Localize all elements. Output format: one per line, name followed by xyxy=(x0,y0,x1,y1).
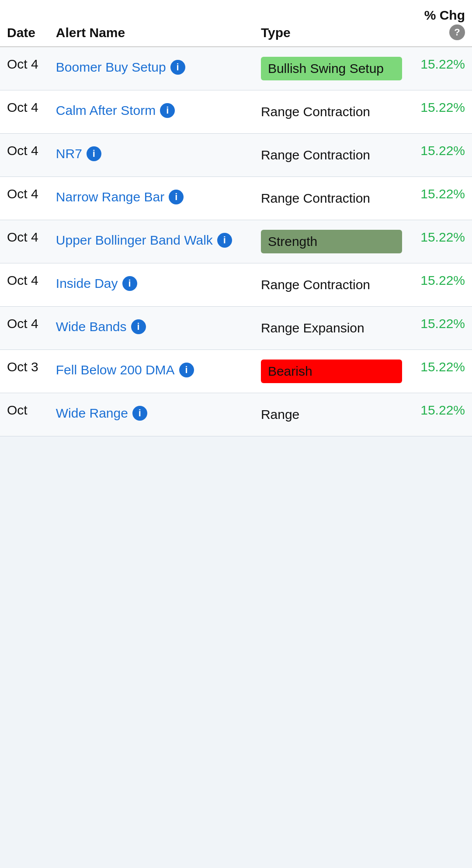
table-row: Oct 4Calm After StormiRange Contraction1… xyxy=(0,90,472,134)
alert-name-cell: Boomer Buy Setupi xyxy=(49,47,254,90)
pct-chg-header-inner: % Chg ? xyxy=(416,8,465,40)
table-row: Oct 4Upper Bollinger Band WalkiStrength1… xyxy=(0,220,472,263)
pct-chg-cell: 15.22% xyxy=(409,90,472,134)
table-row: Oct 4Wide BandsiRange Expansion15.22% xyxy=(0,307,472,350)
alert-name-link[interactable]: Calm After Storm xyxy=(56,102,156,119)
alert-name-cell: Wide Bandsi xyxy=(49,307,254,350)
pct-chg-cell: 15.22% xyxy=(409,393,472,436)
type-badge: Range Contraction xyxy=(261,273,402,297)
date-cell: Oct 4 xyxy=(0,90,49,134)
type-badge: Range Contraction xyxy=(261,100,402,124)
pct-chg-cell: 15.22% xyxy=(409,177,472,220)
pct-chg-cell: 15.22% xyxy=(409,47,472,90)
table-row: Oct 4NR7iRange Contraction15.22% xyxy=(0,134,472,177)
alert-name-cell: Wide Rangei xyxy=(49,393,254,436)
alert-name-link[interactable]: NR7 xyxy=(56,145,82,162)
pct-chg-cell: 15.22% xyxy=(409,134,472,177)
alert-name-cell: NR7i xyxy=(49,134,254,177)
pct-chg-cell: 15.22% xyxy=(409,307,472,350)
date-cell: Oct xyxy=(0,393,49,436)
type-cell: Range Expansion xyxy=(254,307,409,350)
alert-name-link[interactable]: Narrow Range Bar xyxy=(56,188,164,205)
info-icon[interactable]: i xyxy=(122,276,137,291)
pct-chg-cell: 15.22% xyxy=(409,263,472,307)
type-badge: Range Contraction xyxy=(261,187,402,210)
table-row: OctWide RangeiRange15.22% xyxy=(0,393,472,436)
alert-name-cell: Fell Below 200 DMAi xyxy=(49,350,254,393)
table-row: Oct 4Inside DayiRange Contraction15.22% xyxy=(0,263,472,307)
type-badge: Bearish xyxy=(261,360,402,383)
alert-name-cell: Narrow Range Bari xyxy=(49,177,254,220)
type-badge: Range Expansion xyxy=(261,316,402,340)
info-icon[interactable]: i xyxy=(132,406,147,421)
alert-name-link[interactable]: Fell Below 200 DMA xyxy=(56,361,175,378)
info-icon[interactable]: i xyxy=(170,60,185,75)
type-cell: Range Contraction xyxy=(254,90,409,134)
table-header-row: Date Alert Name Type % Chg ? xyxy=(0,0,472,47)
type-cell: Range Contraction xyxy=(254,134,409,177)
table-row: Oct 4Narrow Range BariRange Contraction1… xyxy=(0,177,472,220)
question-icon[interactable]: ? xyxy=(449,24,465,40)
alert-name-link[interactable]: Inside Day xyxy=(56,275,118,292)
alert-name-link[interactable]: Upper Bollinger Band Walk xyxy=(56,232,213,249)
alert-name-cell: Upper Bollinger Band Walki xyxy=(49,220,254,263)
table-row: Oct 4Boomer Buy SetupiBullish Swing Setu… xyxy=(0,47,472,90)
type-column-header: Type xyxy=(254,0,409,47)
pct-chg-cell: 15.22% xyxy=(409,350,472,393)
table-row: Oct 3Fell Below 200 DMAiBearish15.22% xyxy=(0,350,472,393)
alert-name-cell: Inside Dayi xyxy=(49,263,254,307)
alert-name-link[interactable]: Boomer Buy Setup xyxy=(56,59,166,76)
date-cell: Oct 4 xyxy=(0,263,49,307)
date-cell: Oct 4 xyxy=(0,220,49,263)
date-column-header: Date xyxy=(0,0,49,47)
type-cell: Range Contraction xyxy=(254,263,409,307)
alerts-table-container: Date Alert Name Type % Chg ? Oct 4Boomer… xyxy=(0,0,472,436)
info-icon[interactable]: i xyxy=(87,146,101,161)
alerts-table: Date Alert Name Type % Chg ? Oct 4Boomer… xyxy=(0,0,472,436)
type-badge: Range xyxy=(261,403,402,426)
date-cell: Oct 4 xyxy=(0,134,49,177)
info-icon[interactable]: i xyxy=(169,190,184,204)
type-cell: Bearish xyxy=(254,350,409,393)
type-cell: Strength xyxy=(254,220,409,263)
info-icon[interactable]: i xyxy=(179,363,194,377)
type-badge: Range Contraction xyxy=(261,143,402,167)
date-cell: Oct 4 xyxy=(0,47,49,90)
type-badge: Strength xyxy=(261,230,402,253)
date-cell: Oct 4 xyxy=(0,307,49,350)
date-cell: Oct 4 xyxy=(0,177,49,220)
type-badge: Bullish Swing Setup xyxy=(261,57,402,80)
date-cell: Oct 3 xyxy=(0,350,49,393)
info-icon[interactable]: i xyxy=(160,103,175,118)
alert-name-column-header: Alert Name xyxy=(49,0,254,47)
alert-name-cell: Calm After Stormi xyxy=(49,90,254,134)
type-cell: Range xyxy=(254,393,409,436)
info-icon[interactable]: i xyxy=(217,233,232,248)
alert-name-link[interactable]: Wide Range xyxy=(56,405,128,422)
info-icon[interactable]: i xyxy=(131,319,146,334)
pct-chg-cell: 15.22% xyxy=(409,220,472,263)
alert-name-link[interactable]: Wide Bands xyxy=(56,318,127,335)
pct-chg-column-header: % Chg ? xyxy=(409,0,472,47)
type-cell: Bullish Swing Setup xyxy=(254,47,409,90)
type-cell: Range Contraction xyxy=(254,177,409,220)
